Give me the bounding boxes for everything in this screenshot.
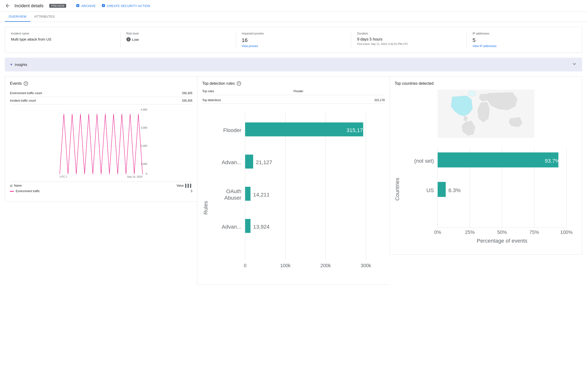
countries-panel: Top countries detected: [390, 76, 582, 255]
risk-level-label: Risk level: [126, 32, 230, 35]
svg-rect-27: [245, 219, 250, 233]
events-table: Environment traffic count 336,305 Incide…: [10, 90, 192, 104]
env-traffic-value: 336,305: [147, 90, 192, 97]
country-bar-svg: Countries (not set) 93.7% US 6.3% 0%: [395, 142, 577, 249]
view-proxies-link[interactable]: View proxies: [242, 44, 346, 48]
top-detections-value: 315,178: [374, 98, 385, 102]
tab-attributes[interactable]: ATTRIBUTES: [31, 12, 59, 22]
svg-rect-17: [245, 122, 363, 136]
svg-text:21,127: 21,127: [256, 159, 272, 165]
svg-text:US: US: [426, 187, 434, 193]
env-traffic-legend-item: Environment traffic 5: [10, 190, 192, 193]
legend-grid-icon: ⊞: [10, 184, 13, 188]
preview-badge: PREVIEW: [49, 4, 66, 8]
svg-text:2,000: 2,000: [141, 144, 147, 147]
svg-text:0: 0: [146, 172, 147, 175]
impacted-proxies-section: Impacted proxies 16 View proxies: [236, 32, 352, 48]
events-panel: Events ? Environment traffic count 336,3…: [5, 76, 197, 202]
archive-button[interactable]: ARCHIVE: [76, 4, 96, 8]
table-row: Environment traffic count 336,305: [10, 90, 192, 97]
svg-text:3,000: 3,000: [141, 126, 147, 129]
insights-left: ✦ Insights: [10, 62, 27, 67]
env-traffic-label: Environment traffic count: [10, 90, 147, 97]
svg-text:Advan...: Advan...: [222, 159, 241, 165]
create-security-action-label: CREATE SECURITY ACTION: [107, 4, 150, 8]
svg-text:50%: 50%: [497, 230, 507, 235]
top-rules-col-label: Top rules: [202, 90, 294, 93]
env-traffic-legend-color: [10, 191, 14, 192]
archive-label: ARCHIVE: [81, 4, 96, 8]
top-detections-label: Top detections: [202, 98, 374, 102]
svg-text:Countries: Countries: [395, 178, 400, 200]
header-actions: ARCHIVE CREATE SECURITY ACTION: [76, 4, 150, 8]
detection-rules-title: Top detection rules ?: [202, 81, 385, 86]
risk-level-section: Risk level i Low: [121, 32, 236, 48]
countries-panel-title: Top countries detected: [395, 81, 577, 86]
events-chart: 4,000 3,000 2,000 1,000 0 UTC-7 Sep 19, …: [10, 108, 192, 180]
archive-icon: [76, 4, 80, 8]
legend-value-label: Value: [177, 184, 184, 187]
main-panels: Events ? Environment traffic count 336,3…: [5, 76, 582, 285]
incident-info-card: Incident name Multi type attack from US …: [5, 27, 582, 53]
incident-name-value: Multi type attack from US: [11, 37, 115, 41]
env-traffic-legend-value: 5: [191, 190, 192, 193]
incident-traffic-value: 336,305: [147, 97, 192, 104]
svg-text:UTC-7: UTC-7: [60, 175, 67, 178]
detection-header-row: Top rules Flooder: [202, 90, 385, 95]
svg-text:75%: 75%: [529, 230, 539, 235]
tabs: OVERVIEW ATTRIBUTES: [0, 12, 587, 22]
svg-rect-20: [245, 154, 253, 168]
header: Incident details PREVIEW ARCHIVE CREATE …: [0, 0, 587, 12]
top-detections-row: Top detections 315,178: [202, 97, 385, 104]
duration-section: Duration 9 days 5 hours First event: Sep…: [351, 32, 467, 48]
risk-value: i Low: [126, 37, 230, 42]
detection-help-icon[interactable]: ?: [237, 81, 241, 86]
duration-value: 9 days 5 hours: [357, 37, 461, 42]
events-line-chart-svg: 4,000 3,000 2,000 1,000 0 UTC-7 Sep 19, …: [10, 108, 192, 180]
env-traffic-legend-label: Environment traffic: [16, 190, 189, 193]
world-map-svg: [395, 90, 577, 138]
country-bar-chart: Countries (not set) 93.7% US 6.3% 0%: [395, 142, 577, 250]
insights-chevron-icon: [571, 61, 577, 68]
insights-bar[interactable]: ✦ Insights: [5, 58, 582, 72]
create-security-action-icon: [101, 4, 105, 8]
insights-sparkle-icon: ✦: [10, 62, 13, 67]
svg-text:Advan...: Advan...: [222, 224, 241, 230]
svg-text:93.7%: 93.7%: [545, 158, 560, 164]
tab-overview[interactable]: OVERVIEW: [5, 12, 31, 22]
duration-label: Duration: [357, 32, 461, 35]
svg-text:Percentage of events: Percentage of events: [477, 238, 527, 244]
svg-text:25%: 25%: [465, 230, 475, 235]
detection-bar-svg: Rules Flooder 315,178 Advan... 21,127 OA…: [202, 108, 385, 279]
events-help-icon[interactable]: ?: [24, 81, 28, 86]
world-map: [395, 90, 577, 138]
back-button[interactable]: [5, 3, 11, 9]
incident-traffic-label: Incident traffic count: [10, 97, 147, 104]
ip-addresses-section: IP addresses 5 View IP addresses: [467, 32, 582, 48]
detection-rules-panel: Top detection rules ? Top rules Flooder …: [197, 76, 389, 285]
svg-text:100k: 100k: [280, 263, 291, 268]
svg-text:(not set): (not set): [414, 158, 434, 164]
table-row: Incident traffic count 336,305: [10, 97, 192, 104]
svg-text:Sep 19, 2024: Sep 19, 2024: [127, 175, 143, 178]
incident-name-label: Incident name: [11, 32, 115, 35]
svg-text:4,000: 4,000: [141, 108, 147, 111]
svg-rect-23: [245, 187, 250, 201]
risk-level-text: Low: [132, 38, 139, 42]
svg-text:315,178: 315,178: [347, 127, 366, 133]
ip-addresses-value: 5: [472, 37, 576, 44]
svg-rect-44: [437, 182, 445, 197]
svg-text:100%: 100%: [560, 230, 572, 235]
svg-text:14,211: 14,211: [253, 192, 269, 198]
first-event-text: First event: Sep 11, 2024, 5:42:51 PM UT…: [357, 42, 461, 46]
view-ip-addresses-link[interactable]: View IP addresses: [472, 44, 576, 48]
legend-name-label: Name: [14, 184, 22, 187]
svg-text:200k: 200k: [321, 263, 331, 268]
svg-text:Flooder: Flooder: [223, 127, 241, 133]
risk-icon: i: [126, 37, 131, 42]
legend-bar-icon[interactable]: ▌▌▌: [185, 184, 192, 188]
create-security-action-button[interactable]: CREATE SECURITY ACTION: [101, 4, 150, 8]
svg-text:0: 0: [244, 263, 246, 268]
events-panel-title: Events ?: [10, 81, 192, 86]
chart-legend-row: ⊞ Name Value ▌▌▌: [10, 182, 192, 188]
